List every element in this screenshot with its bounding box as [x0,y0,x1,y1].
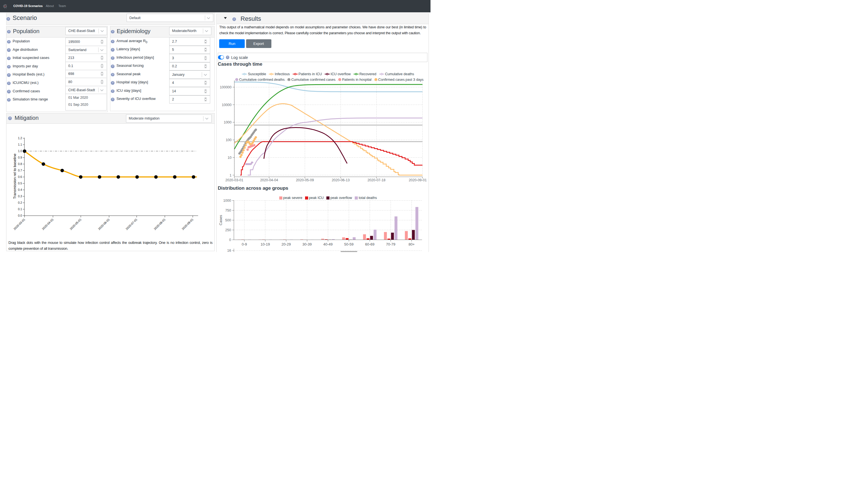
svg-text:1000: 1000 [223,199,231,203]
svg-text:Cases: Cases [219,215,223,225]
svg-text:30-39: 30-39 [302,242,312,246]
svg-text:750: 750 [226,208,231,213]
svg-text:70-79: 70-79 [386,242,395,246]
svg-text:16: 16 [227,249,231,252]
svg-text:0: 0 [229,238,231,242]
svg-text:40-49: 40-49 [323,242,332,246]
svg-text:10-19: 10-19 [260,242,270,246]
svg-text:250: 250 [226,228,231,232]
svg-text:0-9: 0-9 [242,242,247,246]
svg-text:80+: 80+ [409,242,415,246]
svg-text:500: 500 [226,218,231,222]
svg-text:60-69: 60-69 [365,242,374,246]
svg-text:50-59: 50-59 [344,242,354,246]
svg-text:20-29: 20-29 [282,242,291,246]
